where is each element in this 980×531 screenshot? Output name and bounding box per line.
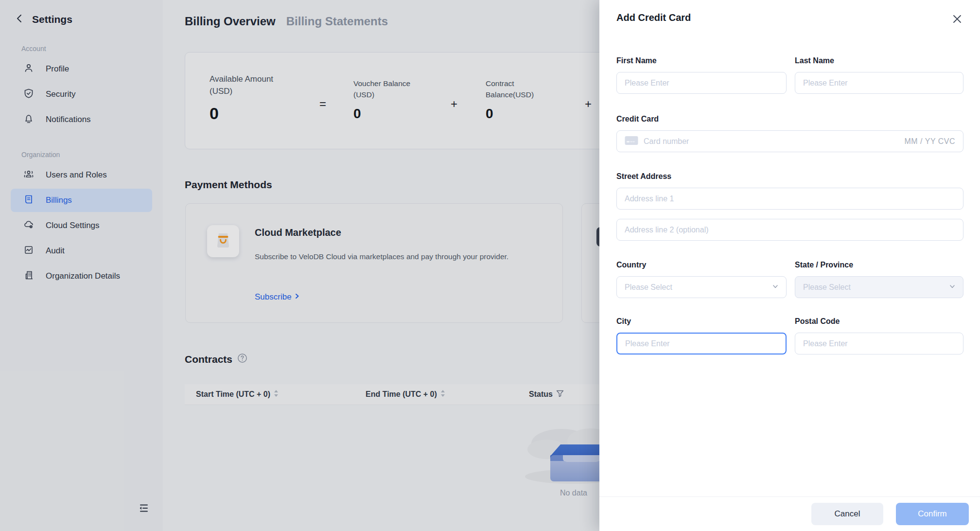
state-province-select[interactable]: Please Select [795, 276, 963, 298]
country-label: Country [616, 261, 787, 269]
drawer-footer: Cancel Confirm [599, 496, 980, 531]
address-line-2-input[interactable] [616, 219, 963, 241]
first-name-input[interactable] [616, 72, 787, 94]
credit-card-icon [625, 136, 638, 147]
credit-card-input[interactable]: Card number MM / YY CVC [616, 130, 963, 152]
drawer-title: Add Credit Card [616, 12, 691, 23]
card-expiry-cvc-hint: MM / YY CVC [905, 137, 955, 146]
first-name-label: First Name [616, 56, 787, 65]
cancel-button[interactable]: Cancel [811, 503, 883, 525]
screen: Settings Account Profile Security Notifi… [0, 0, 980, 531]
state-province-label: State / Province [795, 261, 963, 269]
address-line-1-input[interactable] [616, 188, 963, 210]
confirm-button[interactable]: Confirm [896, 503, 969, 525]
close-icon[interactable] [952, 14, 962, 26]
chevron-down-icon [772, 283, 779, 292]
last-name-input[interactable] [795, 72, 963, 94]
credit-card-label: Credit Card [616, 115, 659, 124]
postal-code-input[interactable] [795, 333, 963, 354]
city-label: City [616, 317, 787, 326]
postal-code-label: Postal Code [795, 317, 963, 326]
card-number-placeholder: Card number [644, 137, 899, 146]
last-name-label: Last Name [795, 56, 963, 65]
chevron-down-icon [949, 283, 956, 292]
street-address-label: Street Address [616, 172, 671, 181]
country-select[interactable]: Please Select [616, 276, 787, 298]
city-input[interactable] [616, 333, 787, 354]
add-credit-card-drawer: Add Credit Card First Name Last Name Cre… [599, 0, 980, 531]
